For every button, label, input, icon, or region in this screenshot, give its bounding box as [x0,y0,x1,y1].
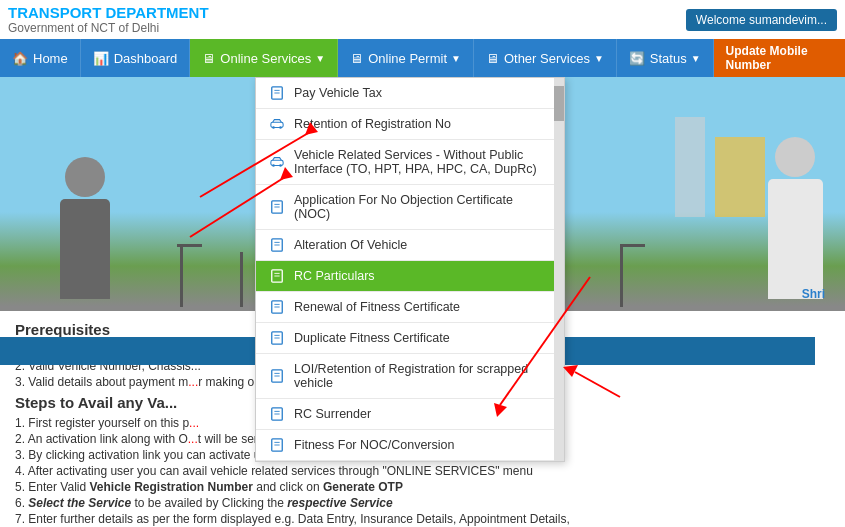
doc-icon-4 [268,269,286,283]
doc-icon-2 [268,200,286,214]
retention-reg-label: Retention of Registration No [294,117,451,131]
noc-label: Application For No Objection Certificate… [294,193,552,221]
duplicate-fitness-label: Duplicate Fitness Certificate [294,331,450,345]
doc-icon-8 [268,407,286,421]
vehicle-related-label: Vehicle Related Services - Without Publi… [294,148,552,176]
online-services-dropdown: Pay Vehicle Tax Retention of Registratio… [255,77,565,462]
person-right-body [768,179,823,299]
renewal-fitness-label: Renewal of Fitness Certificate [294,300,460,314]
nav-dashboard-label: Dashboard [114,51,178,66]
fitness-noc-label: Fitness For NOC/Conversion [294,438,454,452]
person-left [50,157,120,337]
nav-online-permit[interactable]: 🖥 Online Permit ▼ [338,39,474,77]
navbar: 🏠 Home 📊 Dashboard 🖥 Online Services ▼ 🖥… [0,39,845,77]
dropdown-pay-vehicle-tax[interactable]: Pay Vehicle Tax [256,78,564,109]
dropdown-arrow-1: ▼ [315,53,325,64]
doc-icon-9 [268,438,286,452]
dropdown-loi-retention[interactable]: LOI/Retention of Registration for scrapp… [256,354,564,399]
doc-icon-3 [268,238,286,252]
nav-online-permit-label: Online Permit [368,51,447,66]
step-5: 5. Enter Valid Vehicle Registration Numb… [15,480,830,494]
dropdown-fitness-noc[interactable]: Fitness For NOC/Conversion [256,430,564,461]
refresh-icon: 🔄 [629,51,645,66]
person-body [60,199,110,299]
dropdown-retention-reg[interactable]: Retention of Registration No [256,109,564,140]
page-header: TRANSPORT DEPARTMENT Government of NCT o… [0,0,845,39]
dropdown-arrow-4: ▼ [691,53,701,64]
content-area: Shri Pay Vehicle Tax Retention of Regist… [0,77,845,527]
doc-icon-7 [268,369,286,383]
nav-status[interactable]: 🔄 Status ▼ [617,39,714,77]
rc-surrender-label: RC Surrender [294,407,371,421]
svg-point-5 [279,126,282,129]
header-left: TRANSPORT DEPARTMENT Government of NCT o… [8,4,209,35]
streetlight-2 [240,252,243,307]
nav-online-services[interactable]: 🖥 Online Services ▼ [190,39,338,77]
dept-name: TRANSPORT DEPARTMENT [8,4,209,21]
nav-online-services-label: Online Services [220,51,311,66]
dropdown-alteration[interactable]: Alteration Of Vehicle [256,230,564,261]
step-6: 6. Select the Service to be availed by C… [15,496,830,510]
car-icon-1 [268,117,286,131]
monitor-icon-2: 🖥 [350,51,363,66]
streetlight-1 [180,247,183,307]
pay-vehicle-tax-label: Pay Vehicle Tax [294,86,382,100]
rc-particulars-label: RC Particulars [294,269,375,283]
building-2 [675,117,705,217]
alteration-label: Alteration Of Vehicle [294,238,407,252]
nav-status-label: Status [650,51,687,66]
dropdown-noc[interactable]: Application For No Objection Certificate… [256,185,564,230]
streetlight-3 [620,247,623,307]
dropdown-rc-surrender[interactable]: RC Surrender [256,399,564,430]
dropdown-vehicle-related[interactable]: Vehicle Related Services - Without Publi… [256,140,564,185]
dropdown-duplicate-fitness[interactable]: Duplicate Fitness Certificate [256,323,564,354]
home-icon: 🏠 [12,51,28,66]
update-mobile-btn[interactable]: Update Mobile Number [714,39,845,77]
dropdown-rc-particulars[interactable]: RC Particulars [256,261,564,292]
doc-icon-6 [268,331,286,345]
car-icon-2 [268,155,286,169]
nav-other-services-label: Other Services [504,51,590,66]
nav-other-services[interactable]: 🖥 Other Services ▼ [474,39,617,77]
nav-home-label: Home [33,51,68,66]
person-head [65,157,105,197]
svg-point-7 [272,164,275,167]
step-4: 4. After activating user you can avail v… [15,464,830,478]
svg-point-8 [279,164,282,167]
doc-icon-5 [268,300,286,314]
doc-icon-1 [268,86,286,100]
dropdown-scrollbar[interactable] [554,78,564,461]
dropdown-arrow-2: ▼ [451,53,461,64]
svg-point-4 [272,126,275,129]
loi-retention-label: LOI/Retention of Registration for scrapp… [294,362,552,390]
building [715,137,765,217]
dropdown-arrow-3: ▼ [594,53,604,64]
person-right-head [775,137,815,177]
scrollbar-thumb [554,86,564,121]
streetlight-arm-3 [620,244,645,247]
monitor-icon-3: 🖥 [486,51,499,66]
dashboard-icon: 📊 [93,51,109,66]
welcome-text: Welcome sumandevim... [686,9,837,31]
dropdown-renewal-fitness[interactable]: Renewal of Fitness Certificate [256,292,564,323]
govt-name: Government of NCT of Delhi [8,21,209,35]
monitor-icon-1: 🖥 [202,51,215,66]
nav-dashboard[interactable]: 📊 Dashboard [81,39,191,77]
person-right: Shri [760,137,830,337]
step-7: 7. Enter further details as per the form… [15,512,830,526]
nav-home[interactable]: 🏠 Home [0,39,81,77]
streetlight-arm-1 [177,244,202,247]
shri-label: Shri [802,287,825,301]
